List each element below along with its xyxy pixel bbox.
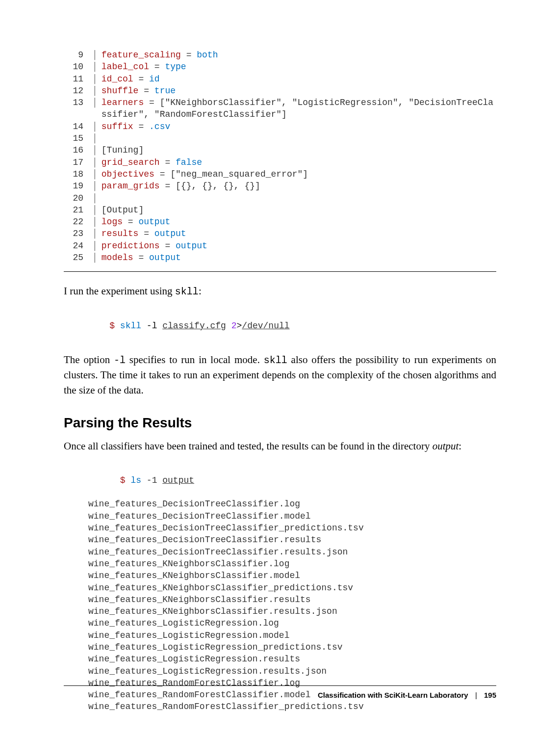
code-token: label_col: [102, 62, 149, 72]
code-token: results: [102, 229, 139, 238]
code-line: 23│results = output: [64, 228, 496, 239]
code-content: [Tuning]: [102, 144, 144, 156]
code-token: grid_search: [102, 158, 160, 167]
code-token: .csv: [149, 122, 170, 131]
gutter-bar: │: [92, 121, 98, 132]
code-token: shuffle: [102, 86, 139, 96]
code-content: shuffle = true: [102, 85, 176, 97]
code-line: 24│predictions = output: [64, 240, 496, 252]
output-file: wine_features_LogisticRegression.results: [88, 653, 496, 665]
code-content: logs = output: [102, 216, 170, 228]
line-number: 9: [64, 49, 83, 61]
text: I run the experiment using: [64, 285, 175, 297]
page-footer: Classification with SciKit-Learn Laborat…: [64, 685, 496, 699]
line-number: 13: [64, 97, 83, 121]
code-token: =: [149, 62, 165, 72]
code-line: 20│: [64, 192, 496, 204]
code-token: =: [133, 253, 149, 263]
gutter-bar: │: [92, 61, 98, 73]
inline-code: skll: [175, 286, 199, 297]
code-line: 14│suffix = .csv: [64, 121, 496, 132]
line-number: 19: [64, 180, 83, 192]
code-token: suffix: [102, 122, 133, 131]
gutter-bar: │: [92, 228, 98, 239]
output-file: wine_features_LogisticRegression_predict…: [88, 641, 496, 653]
output-file: wine_features_KNeighborsClassifier.model: [88, 570, 496, 581]
code-token: id: [149, 74, 160, 84]
line-number: 11: [64, 73, 83, 85]
code-content: grid_search = false: [102, 157, 202, 168]
cmd: ls: [130, 475, 141, 485]
code-token: =: [160, 181, 176, 191]
inline-code: skll: [264, 355, 287, 366]
code-line: 16│[Tuning]: [64, 144, 496, 156]
code-line: 12│shuffle = true: [64, 85, 496, 97]
output-file: wine_features_LogisticRegression.log: [88, 617, 496, 629]
output-file: wine_features_KNeighborsClassifier_predi…: [88, 582, 496, 594]
config-code-block: 9│feature_scaling = both10│label_col = t…: [64, 49, 496, 263]
paragraph-results-intro: Once all classifiers have been trained a…: [64, 439, 496, 453]
code-token: =: [138, 229, 154, 238]
output-file: wine_features_KNeighborsClassifier.resul…: [88, 594, 496, 605]
line-number: 24: [64, 240, 83, 252]
paragraph-option-l: The option -l specifies to run in local …: [64, 352, 496, 397]
code-content: learners = ["KNeighborsClassifier", "Log…: [102, 97, 496, 121]
cmd: skll: [120, 321, 141, 331]
paragraph-run-experiment: I run the experiment using skll:: [64, 284, 496, 299]
code-token: =: [154, 169, 170, 179]
code-line: 9│feature_scaling = both: [64, 49, 496, 61]
code-token: =: [133, 122, 149, 131]
output-file: wine_features_DecisionTreeClassifier.log: [88, 498, 496, 510]
output-file: wine_features_LogisticRegression.model: [88, 630, 496, 641]
code-content: predictions = output: [102, 240, 207, 252]
gutter-bar: │: [92, 240, 98, 252]
code-line: 25│models = output: [64, 252, 496, 263]
code-token: output: [138, 217, 170, 227]
code-content: models = output: [102, 252, 181, 263]
code-line: 13│learners = ["KNeighborsClassifier", "…: [64, 97, 496, 121]
text: The option: [64, 354, 114, 366]
footer-title: Classification with SciKit-Learn Laborat…: [318, 691, 468, 699]
line-number: 17: [64, 157, 83, 168]
code-token: param_grids: [102, 181, 160, 191]
redirect: >: [237, 321, 242, 331]
code-content: id_col = id: [102, 73, 160, 85]
ls-output-block: $ ls -1 output wine_features_DecisionTre…: [88, 463, 496, 713]
emphasis: output: [433, 440, 459, 452]
gutter-bar: │: [92, 49, 98, 61]
output-file: wine_features_LogisticRegression.results…: [88, 665, 496, 677]
footer-sep: |: [475, 691, 477, 699]
line-number: 25: [64, 252, 83, 263]
code-token: [Output]: [102, 205, 144, 215]
code-token: =: [181, 50, 197, 60]
code-line: 21│[Output]: [64, 204, 496, 216]
gutter-bar: │: [92, 204, 98, 216]
code-content: feature_scaling = both: [102, 49, 218, 61]
code-token: output: [149, 253, 181, 263]
gutter-bar: │: [92, 73, 98, 85]
inline-code: -l: [114, 355, 126, 366]
arg: output: [162, 475, 194, 485]
text: :: [458, 440, 461, 452]
code-token: output: [176, 241, 207, 251]
code-token: logs: [102, 217, 123, 227]
opt: -l: [141, 321, 162, 331]
code-line: 17│grid_search = false: [64, 157, 496, 168]
code-token: =: [123, 217, 138, 227]
code-token: =: [160, 241, 176, 251]
output-file: wine_features_DecisionTreeClassifier.res…: [88, 534, 496, 546]
line-number: 10: [64, 61, 83, 73]
code-token: type: [165, 62, 186, 72]
code-token: models: [102, 253, 133, 263]
text: :: [199, 285, 202, 297]
code-line: 18│objectives = ["neg_mean_squared_error…: [64, 168, 496, 180]
gutter-bar: │: [92, 97, 98, 121]
gutter-bar: │: [92, 180, 98, 192]
command-skll: $ skll -l classify.cfg 2>/dev/null: [88, 308, 496, 343]
code-token: learners: [102, 98, 144, 107]
code-content: label_col = type: [102, 61, 186, 73]
line-number: 16: [64, 144, 83, 156]
section-heading-parsing: Parsing the Results: [64, 415, 496, 431]
code-token: =: [133, 74, 149, 84]
space: [226, 321, 231, 331]
